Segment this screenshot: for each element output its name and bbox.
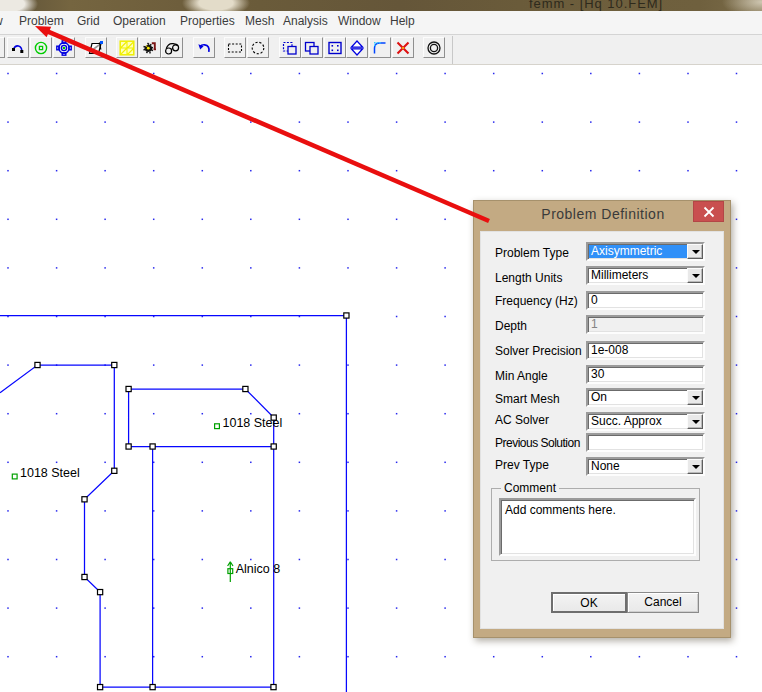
svg-text:Alnico 8: Alnico 8 — [236, 562, 281, 576]
svg-text:1018 Steel: 1018 Steel — [223, 416, 283, 430]
svg-text:1018 Steel: 1018 Steel — [20, 466, 80, 480]
